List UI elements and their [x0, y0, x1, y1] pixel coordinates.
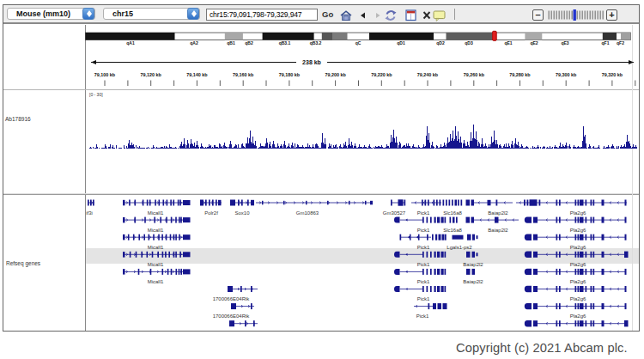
svg-text:Pick1: Pick1 [417, 262, 430, 267]
svg-text:Pick1: Pick1 [416, 313, 429, 319]
svg-text:[0 - 30]: [0 - 30] [89, 92, 103, 97]
svg-text:Pla2g6: Pla2g6 [570, 245, 586, 250]
svg-text:Pick1: Pick1 [417, 279, 430, 284]
svg-text:79,120 kb: 79,120 kb [141, 72, 162, 77]
svg-text:Sox10: Sox10 [234, 210, 250, 216]
svg-text:Slc16a8: Slc16a8 [443, 210, 462, 216]
svg-text:Micall1: Micall1 [148, 245, 164, 250]
svg-text:79,300 kb: 79,300 kb [556, 72, 577, 77]
svg-text:qE1: qE1 [504, 40, 512, 46]
svg-text:79,220 kb: 79,220 kb [371, 72, 392, 77]
svg-text:Pla2g6: Pla2g6 [570, 228, 586, 233]
svg-text:Pick1: Pick1 [417, 210, 430, 216]
svg-text:qD2: qD2 [436, 40, 445, 46]
svg-text:qE3: qE3 [561, 40, 568, 46]
svg-text:Lgals1-ps2: Lgals1-ps2 [447, 245, 472, 250]
svg-text:qB3.2: qB3.2 [310, 40, 322, 46]
svg-text:qF2: qF2 [617, 40, 624, 46]
svg-text:Baiap2l2: Baiap2l2 [463, 262, 483, 267]
svg-text:79,240 kb: 79,240 kb [417, 72, 439, 77]
svg-text:79,140 kb: 79,140 kb [186, 72, 208, 77]
svg-text:Baiap2l2: Baiap2l2 [488, 210, 508, 216]
svg-text:79,260 kb: 79,260 kb [464, 72, 485, 77]
svg-text:qB1: qB1 [227, 40, 235, 46]
svg-text:Pla2g6: Pla2g6 [570, 296, 586, 301]
svg-text:Pla2g6: Pla2g6 [570, 279, 586, 284]
svg-text:79,200 kb: 79,200 kb [325, 72, 346, 77]
svg-text:Micall1: Micall1 [148, 210, 164, 216]
svg-text:Pla2g6: Pla2g6 [570, 262, 586, 267]
svg-text:79,160 kb: 79,160 kb [233, 72, 254, 77]
svg-text:Polr2f: Polr2f [204, 210, 218, 216]
svg-text:Pick1: Pick1 [417, 245, 430, 250]
svg-text:qC: qC [355, 40, 361, 46]
svg-text:Micall1: Micall1 [148, 279, 164, 284]
svg-text:79,100 kb: 79,100 kb [94, 72, 116, 77]
svg-text:79,320 kb: 79,320 kb [602, 72, 623, 77]
svg-text:1700066E04Rik: 1700066E04Rik [213, 296, 251, 301]
svg-text:qD3: qD3 [465, 40, 473, 46]
svg-text:if3i: if3i [86, 210, 93, 216]
svg-text:Slc16a8: Slc16a8 [443, 228, 462, 233]
svg-text:Pick1: Pick1 [417, 228, 430, 233]
svg-text:qB2: qB2 [245, 40, 253, 46]
svg-text:Pla2g6: Pla2g6 [570, 210, 586, 216]
svg-text:Baiap2l2: Baiap2l2 [488, 228, 508, 233]
svg-text:qD1: qD1 [397, 40, 405, 46]
svg-text:238 kb: 238 kb [302, 59, 321, 65]
svg-text:Pla2g6: Pla2g6 [570, 313, 586, 319]
svg-text:Pick1: Pick1 [417, 296, 430, 301]
svg-text:qA1: qA1 [126, 40, 135, 46]
svg-text:79,180 kb: 79,180 kb [279, 72, 301, 77]
svg-text:Gm10863: Gm10863 [296, 210, 319, 216]
svg-text:Micall1: Micall1 [148, 262, 164, 267]
svg-text:1700066E04Rik: 1700066E04Rik [213, 313, 251, 319]
svg-text:qF1: qF1 [602, 40, 610, 46]
svg-text:qB3.1: qB3.1 [279, 40, 291, 46]
svg-text:qA2: qA2 [190, 40, 198, 46]
svg-text:Gm30527: Gm30527 [383, 210, 406, 216]
svg-text:Micall1: Micall1 [148, 228, 164, 233]
svg-text:Baiap2l2: Baiap2l2 [463, 279, 483, 284]
svg-text:qE2: qE2 [530, 40, 538, 46]
svg-text:79,280 kb: 79,280 kb [509, 72, 531, 77]
